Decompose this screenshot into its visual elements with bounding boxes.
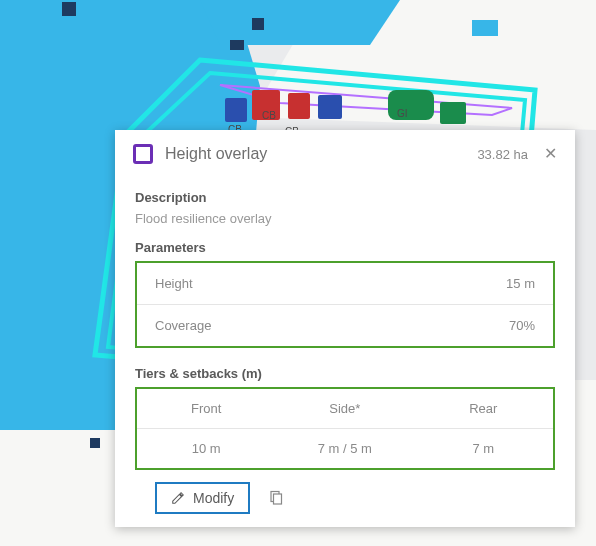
tiers-label: Tiers & setbacks (m) <box>135 366 555 381</box>
parameters-box: Height 15 m Coverage 70% <box>135 261 555 348</box>
description-text: Flood resilience overlay <box>135 211 555 226</box>
map-bldg <box>318 95 342 119</box>
overlay-popup: Height overlay 33.82 ha ✕ Description Fl… <box>115 130 575 527</box>
tiers-header-row: Front Side* Rear <box>137 389 553 428</box>
close-icon[interactable]: ✕ <box>544 146 557 162</box>
map-parcel <box>252 18 264 30</box>
tiers-value-row: 10 m 7 m / 5 m 7 m <box>137 429 553 468</box>
param-name: Coverage <box>155 318 211 333</box>
copy-icon <box>268 490 284 506</box>
param-value: 70% <box>509 318 535 333</box>
param-row: Height 15 m <box>137 263 553 304</box>
popup-area-value: 33.82 ha <box>477 147 528 162</box>
duplicate-button[interactable] <box>260 482 292 514</box>
popup-title: Height overlay <box>165 145 477 163</box>
popup-footer: Modify <box>135 482 555 514</box>
modify-label: Modify <box>193 490 234 506</box>
parameters-label: Parameters <box>135 240 555 255</box>
map-zone-label: CB <box>262 110 276 121</box>
map-bldg <box>288 93 310 119</box>
param-value: 15 m <box>506 276 535 291</box>
param-name: Height <box>155 276 193 291</box>
tiers-box: Front Side* Rear 10 m 7 m / 5 m 7 m <box>135 387 555 470</box>
popup-body: Description Flood resilience overlay Par… <box>115 178 575 528</box>
tiers-col-front: Front <box>137 389 276 428</box>
map-parcel <box>90 438 100 448</box>
map-water <box>472 20 498 36</box>
map-water <box>200 0 400 45</box>
tiers-val-rear: 7 m <box>414 429 553 468</box>
pencil-icon <box>171 491 185 505</box>
map-parcel <box>230 40 244 50</box>
map-bldg <box>388 90 434 120</box>
map-zone-label: GI <box>397 108 408 119</box>
description-label: Description <box>135 190 555 205</box>
map-parcel <box>62 2 76 16</box>
map-bldg <box>440 102 466 124</box>
tiers-val-side: 7 m / 5 m <box>276 429 415 468</box>
popup-header: Height overlay 33.82 ha ✕ <box>115 130 575 178</box>
svg-rect-4 <box>274 494 282 504</box>
param-row: Coverage 70% <box>137 305 553 346</box>
overlay-symbol <box>133 144 153 164</box>
map-bldg <box>225 98 247 122</box>
tiers-val-front: 10 m <box>137 429 276 468</box>
map-stage: CB CB CB GI Height overlay 33.82 ha ✕ De… <box>0 0 596 546</box>
modify-button[interactable]: Modify <box>155 482 250 514</box>
tiers-col-rear: Rear <box>414 389 553 428</box>
tiers-col-side: Side* <box>276 389 415 428</box>
